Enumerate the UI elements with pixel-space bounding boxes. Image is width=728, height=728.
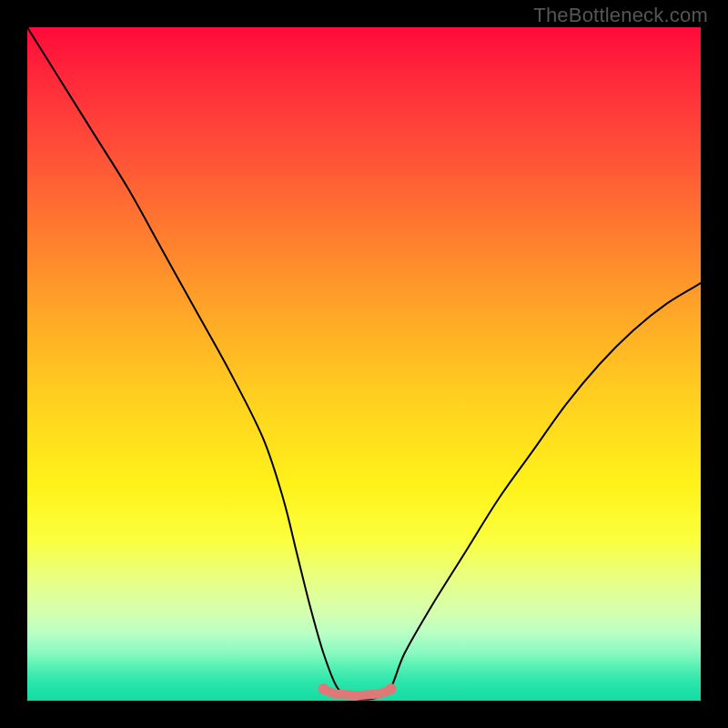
bottleneck-curve-path xyxy=(27,27,701,700)
curve-svg xyxy=(27,27,701,701)
plot-area xyxy=(27,27,701,701)
chart-frame: TheBottleneck.com xyxy=(0,0,728,728)
optimum-band-path xyxy=(324,689,391,695)
watermark-text: TheBottleneck.com xyxy=(533,4,708,27)
optimum-band-dot-left xyxy=(318,683,329,694)
optimum-band-dot-right xyxy=(386,683,397,694)
